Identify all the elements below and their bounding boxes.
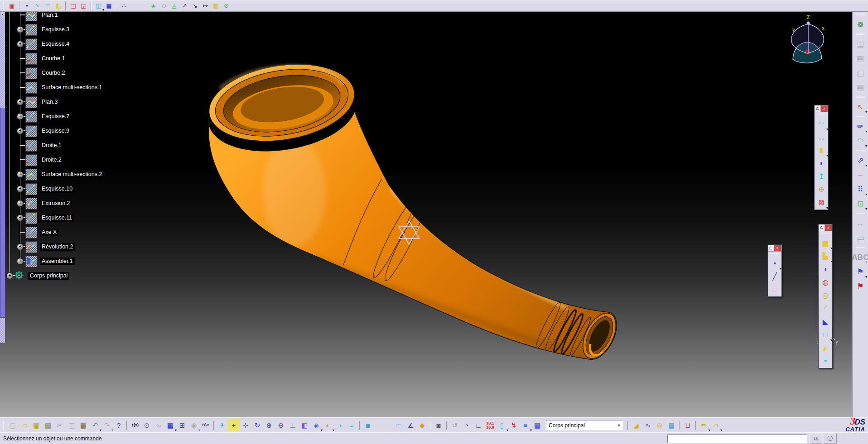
normal-view-icon[interactable]: ⊥	[287, 420, 299, 431]
active-body-combobox[interactable]: Corps principal ▾	[546, 420, 623, 430]
shaft-icon[interactable]: ◖	[819, 263, 832, 276]
open-folder-icon[interactable]: ▱	[19, 420, 30, 431]
right-dock-grip[interactable]	[856, 14, 865, 15]
scatter-pick-icon[interactable]: ∴	[119, 0, 129, 11]
view-compass[interactable]: Z X Y	[791, 14, 825, 63]
sweep-surface-icon[interactable]: ◡	[815, 131, 828, 143]
analysis-flag-icon[interactable]: ⚑	[854, 280, 867, 292]
multi-output-icon[interactable]: ◫	[93, 0, 104, 11]
knowledge-gear-icon[interactable]: ☸	[854, 18, 867, 31]
scrollbar-track[interactable]	[0, 17, 5, 343]
tree-item-label[interactable]: Esquisse.10	[40, 185, 74, 193]
add-dimension-icon[interactable]: ↗	[179, 0, 190, 11]
close-icon[interactable]: x	[825, 224, 832, 231]
tree-item-label[interactable]: Esquisse.11	[40, 214, 74, 222]
tree-item-label[interactable]: Extrusion.2	[40, 200, 72, 207]
tree-expander-icon[interactable]: +	[17, 186, 24, 192]
tree-item-label[interactable]: Plan.1	[40, 11, 59, 19]
fillet-icon[interactable]: ◜	[819, 302, 832, 315]
esquisse-tree-icon[interactable]	[25, 125, 37, 137]
mass-properties-icon[interactable]: ◆	[416, 420, 428, 431]
draft-icon[interactable]: ◭	[819, 342, 832, 354]
undo-icon[interactable]: ↶	[89, 420, 101, 431]
part-design-toolbar[interactable]: Cx▆▙◖◍◎◜◣□◭◓	[818, 224, 833, 368]
thickness-icon[interactable]: ◓	[819, 355, 832, 368]
knowledge-inspector-icon[interactable]: B}=	[200, 420, 212, 431]
toolbar-grip[interactable]	[856, 116, 865, 117]
save-icon[interactable]: ▣	[30, 420, 42, 431]
wireframe-toolbar[interactable]: Ex▪╱▱	[767, 244, 782, 297]
snap-off-icon[interactable]: ◬	[169, 0, 179, 11]
combo-chevron-down-icon[interactable]: ▾	[615, 423, 622, 428]
options-list-icon[interactable]: ≡	[520, 420, 531, 431]
top-toolbar-grip[interactable]	[3, 1, 5, 10]
toolbar-grip[interactable]	[856, 96, 865, 98]
scrollbar-thumb[interactable]	[0, 108, 5, 318]
units-display-icon[interactable]: 10,1 10,0	[484, 420, 496, 431]
sketch-output-icon[interactable]: ✏	[698, 420, 710, 431]
layer-filter-icon[interactable]: ▤	[665, 420, 677, 431]
tree-expander-icon[interactable]: +	[17, 200, 24, 207]
dimension-constraint-icon[interactable]: ↔	[854, 217, 867, 229]
droite-tree-icon[interactable]	[25, 140, 37, 152]
tree-item-label[interactable]: Assembler.1	[40, 258, 75, 265]
courbe-tree-icon[interactable]	[25, 53, 37, 65]
esquisse-tree-icon[interactable]	[25, 38, 37, 50]
tree-item-label[interactable]: Surface multi-sections.2	[40, 171, 104, 178]
tree-item-label[interactable]: Esquisse.3	[40, 26, 71, 33]
design-table-icon[interactable]: ▦	[164, 420, 176, 431]
tree-expander-icon[interactable]: +	[17, 99, 24, 105]
plan-tree-icon[interactable]	[25, 96, 37, 108]
camera-icon[interactable]: ◙	[433, 420, 444, 431]
tree-expander-icon[interactable]: +	[6, 272, 13, 279]
sketcher-icon[interactable]: ✏	[854, 120, 867, 133]
draft-analysis-icon[interactable]: ◢	[630, 420, 642, 431]
point-tool-icon[interactable]: ▪	[22, 0, 32, 11]
tree-item-label[interactable]: Esquisse.7	[40, 113, 71, 120]
esquisse-tree-icon[interactable]	[25, 111, 37, 123]
esquisse-tree-icon[interactable]	[25, 183, 37, 195]
sphere-surface-icon[interactable]: ⊕	[815, 183, 828, 196]
multi-section-surface-icon[interactable]: ◠	[815, 118, 828, 130]
point-icon[interactable]: ▪	[768, 257, 781, 270]
tree-item-label[interactable]: Surface multi-sections.1	[40, 84, 104, 91]
print-icon[interactable]: ▤	[42, 420, 54, 431]
power-input-field[interactable]	[667, 434, 807, 443]
esquisse-tree-icon[interactable]	[25, 24, 37, 36]
tree-item-label[interactable]: Droite.2	[40, 156, 63, 164]
toolbar-grip[interactable]	[821, 233, 830, 235]
text-annotation-icon[interactable]: ABC	[854, 251, 867, 263]
ruler-pick-icon[interactable]: ▥	[211, 0, 221, 11]
offset-surface-icon[interactable]: ↥	[815, 170, 828, 183]
symmetry-icon[interactable]: ⇔	[854, 168, 867, 181]
surfaces-toolbar[interactable]: Cx◠◡▮◗↥⊕⊠	[814, 105, 829, 210]
iso-view-icon[interactable]: ◈	[310, 420, 322, 431]
toolbar-grip[interactable]	[770, 253, 779, 256]
paste-icon[interactable]: ▦	[77, 420, 89, 431]
zoom-in-icon[interactable]: ⊕	[263, 420, 275, 431]
axe-tree-icon[interactable]	[25, 227, 37, 239]
pattern-icon[interactable]: ⠿	[854, 183, 867, 196]
curve-tool-icon[interactable]: ∿	[32, 0, 43, 11]
remove-dimension-icon[interactable]: ↘	[190, 0, 200, 11]
toolbar-titlebar[interactable]: Ex	[768, 245, 781, 252]
chamfer-icon[interactable]: ◣	[819, 315, 832, 328]
catalog-book-icon-3[interactable]: ▥	[854, 67, 867, 79]
power-input-button[interactable]: ⓘ	[824, 434, 837, 444]
new-document-icon[interactable]: ▢	[7, 420, 19, 431]
toolbar-grip[interactable]	[817, 114, 826, 116]
courbe-tree-icon[interactable]	[25, 67, 37, 79]
pocket-icon[interactable]: ▙	[819, 250, 832, 263]
dialog-window-button[interactable]: ⧉	[809, 434, 822, 444]
extrusion-tree-icon[interactable]	[25, 198, 37, 210]
hole-icon[interactable]: ◎	[819, 289, 832, 302]
redo-icon[interactable]: ↷	[101, 420, 113, 431]
snap-drag-icon[interactable]: ◇	[159, 0, 169, 11]
esquisse-tree-icon[interactable]	[25, 212, 37, 224]
tree-expander-icon[interactable]: +	[17, 26, 24, 33]
translate-icon[interactable]: ⇗	[854, 154, 867, 167]
groove-icon[interactable]: ◍	[819, 276, 832, 289]
plane-icon[interactable]: ▱	[768, 283, 781, 296]
toolbar-grip[interactable]	[856, 213, 865, 214]
toolbar-titlebar[interactable]: Cx	[819, 224, 832, 231]
